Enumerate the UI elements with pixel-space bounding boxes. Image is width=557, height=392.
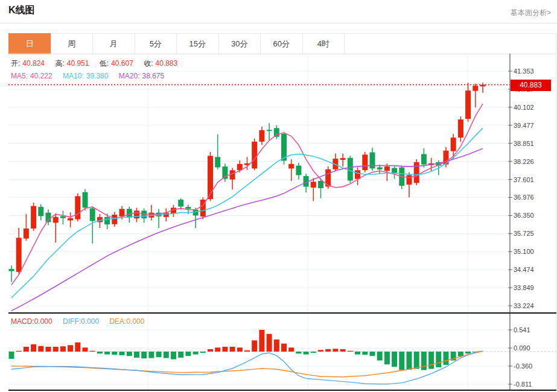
svg-text:35.100: 35.100	[514, 248, 534, 255]
open-value: 40.824	[22, 59, 45, 68]
ma10-line	[11, 128, 483, 297]
svg-text:36.976: 36.976	[514, 194, 534, 201]
svg-text:0.541: 0.541	[514, 326, 530, 334]
ma5-value: 40.222	[30, 72, 53, 80]
ohlc-bar: 开:40.824 高:40.951 低:40.607 收:40.883	[11, 58, 180, 69]
ma10-value: 39.380	[86, 72, 109, 80]
svg-text:33.224: 33.224	[514, 302, 534, 309]
svg-text:40.102: 40.102	[514, 104, 534, 111]
low-value: 40.607	[111, 59, 133, 68]
close-value: 40.883	[156, 59, 178, 68]
dea-label: DEA:	[109, 317, 126, 326]
svg-text:-0.811: -0.811	[514, 381, 532, 388]
axis-labels: 41.35340.72740.10239.47738.85138.22637.6…	[508, 68, 534, 388]
chart-borders	[8, 54, 556, 390]
ma5-line	[11, 104, 483, 285]
svg-text:37.601: 37.601	[514, 176, 534, 183]
macd-value: 0.000	[34, 317, 53, 326]
dea-value: 0.000	[126, 317, 144, 326]
ma10-label: MA10:	[63, 72, 84, 80]
open-label: 开:	[11, 59, 20, 68]
svg-text:33.849: 33.849	[514, 284, 534, 291]
high-value: 40.951	[67, 59, 89, 68]
svg-text:34.474: 34.474	[514, 266, 534, 273]
high-label: 高:	[55, 59, 64, 68]
macd-label: MACD:	[11, 317, 34, 326]
svg-text:-0.360: -0.360	[514, 362, 532, 370]
svg-text:41.353: 41.353	[514, 68, 534, 75]
ma-bar: MA5:40.222 MA10:39.380 MA20:38.675	[11, 72, 167, 80]
svg-text:38.226: 38.226	[514, 158, 534, 165]
ma20-label: MA20:	[119, 72, 140, 80]
low-label: 低:	[100, 59, 109, 68]
svg-text:0.090: 0.090	[514, 344, 530, 352]
svg-text:38.851: 38.851	[514, 140, 534, 147]
diff-label: DIFF:	[63, 317, 81, 326]
svg-text:39.477: 39.477	[514, 122, 534, 129]
price-badge: 40.883	[511, 80, 551, 91]
kline-page: K线图 基本面分析> 日 周 月 5分 15分 30分 60分 4时 41.35…	[0, 0, 557, 392]
macd-bar: MACD:0.000 DIFF:0.000 DEA:0.000	[11, 317, 147, 326]
dea-line	[11, 351, 483, 377]
diff-value: 0.000	[81, 317, 99, 326]
ma20-line	[11, 148, 483, 311]
svg-text:36.350: 36.350	[514, 212, 534, 219]
ma5-label: MA5:	[11, 72, 28, 80]
candlestick-series	[9, 83, 486, 282]
svg-text:35.725: 35.725	[514, 230, 534, 237]
macd-histogram	[9, 330, 479, 370]
close-label: 收:	[144, 59, 153, 68]
ma20-value: 38.675	[142, 72, 164, 80]
